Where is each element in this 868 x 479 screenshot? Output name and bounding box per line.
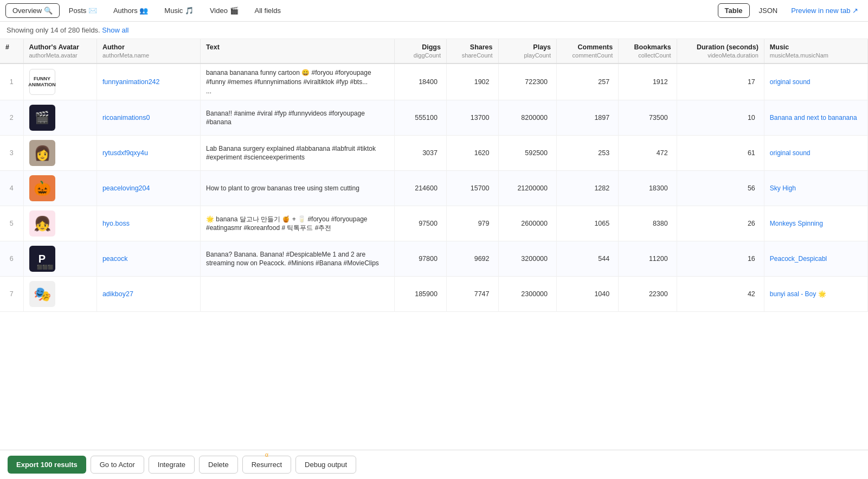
cell-rownum: 1	[0, 63, 23, 100]
cell-duration: 17	[677, 63, 764, 100]
cell-bookmarks: 22300	[619, 277, 677, 312]
cell-plays: 592500	[498, 136, 557, 171]
view-table-button[interactable]: Table	[718, 3, 750, 18]
cell-rownum: 5	[0, 206, 23, 241]
tab-posts[interactable]: Posts ✉️	[62, 3, 104, 18]
tab-overview[interactable]: Overview 🔍	[5, 3, 60, 18]
cell-comments: 544	[557, 241, 619, 277]
view-json-button[interactable]: JSON	[752, 3, 785, 18]
cell-comments: 257	[557, 63, 619, 100]
cell-shares: 15700	[446, 171, 498, 206]
cell-author[interactable]: adikboy27	[97, 277, 200, 312]
info-bar: Showing only 14 of 280 fields. Show all	[0, 22, 868, 39]
cell-bookmarks: 1912	[619, 63, 677, 100]
cell-music[interactable]: Sky High	[764, 171, 867, 206]
cell-music[interactable]: Banana and next to bananana	[764, 100, 867, 136]
cell-rownum: 2	[0, 100, 23, 136]
cell-duration: 56	[677, 171, 764, 206]
col-header-bookmarks: Bookmarks collectCount	[619, 39, 677, 63]
cell-text	[201, 277, 395, 312]
cell-music[interactable]: original sound	[764, 63, 867, 100]
cell-plays: 8200000	[498, 100, 557, 136]
table-row: 5 👧 hyo.boss 🌟 banana 달고나 만들기 🍯 + 🥛 #for…	[0, 206, 868, 241]
col-header-author: Author authorMeta.name	[97, 39, 200, 63]
cell-avatar: FUNNYANIMATION	[23, 63, 97, 100]
table-header-row: # Author's Avatar authorMeta.avatar Auth…	[0, 39, 868, 63]
cell-duration: 42	[677, 277, 764, 312]
cell-plays: 2300000	[498, 277, 557, 312]
cell-avatar: 👩	[23, 136, 97, 171]
cell-text: Banana!! #anime #viral #fyp #funnyvideos…	[201, 100, 395, 136]
tab-video[interactable]: Video 🎬	[203, 3, 246, 18]
col-header-diggs: Diggs diggCount	[395, 39, 447, 63]
tab-music[interactable]: Music 🎵	[157, 3, 201, 18]
cell-music[interactable]: Peacock_Despicabl	[764, 241, 867, 277]
cell-rownum: 6	[0, 241, 23, 277]
cell-author[interactable]: funnyanimation242	[97, 63, 200, 100]
info-text: Showing only 14 of 280 fields.	[7, 26, 100, 34]
cell-author[interactable]: ricoanimations0	[97, 100, 200, 136]
cell-bookmarks: 8380	[619, 206, 677, 241]
cell-shares: 9692	[446, 241, 498, 277]
cell-comments: 1282	[557, 171, 619, 206]
col-header-duration: Duration (seconds) videoMeta.duration	[677, 39, 764, 63]
cell-bookmarks: 472	[619, 136, 677, 171]
preview-new-tab-link[interactable]: Preview in new tab	[787, 4, 863, 17]
cell-diggs: 97500	[395, 206, 447, 241]
col-header-comments: Comments commentCount	[557, 39, 619, 63]
cell-diggs: 18400	[395, 63, 447, 100]
col-header-avatar: Author's Avatar authorMeta.avatar	[23, 39, 97, 63]
cell-rownum: 3	[0, 136, 23, 171]
cell-plays: 3200000	[498, 241, 557, 277]
cell-plays: 2600000	[498, 206, 557, 241]
cell-shares: 13700	[446, 100, 498, 136]
cell-diggs: 214600	[395, 171, 447, 206]
cell-duration: 26	[677, 206, 764, 241]
show-all-link[interactable]: Show all	[102, 26, 128, 34]
cell-music[interactable]: original sound	[764, 136, 867, 171]
cell-bookmarks: 11200	[619, 241, 677, 277]
col-header-music: Music musicMeta.musicNam	[764, 39, 867, 63]
cell-music[interactable]: bunyi asal - Boy 🌟	[764, 277, 867, 312]
table-row: 3 👩 rytusdxf9qxy4u Lab Banana surgery ex…	[0, 136, 868, 171]
cell-diggs: 555100	[395, 100, 447, 136]
cell-text: banana bananana funny cartoon 😄 #foryou …	[201, 63, 395, 100]
cell-author[interactable]: hyo.boss	[97, 206, 200, 241]
cell-author[interactable]: peaceloving204	[97, 171, 200, 206]
table-row: 7 🎭 adikboy27 185900 7747 2300000 1040 2…	[0, 277, 868, 312]
cell-avatar: 🎬	[23, 100, 97, 136]
table-container[interactable]: # Author's Avatar authorMeta.avatar Auth…	[0, 39, 868, 448]
tab-allfields[interactable]: All fields	[248, 3, 288, 18]
table-row: 2 🎬 ricoanimations0 Banana!! #anime #vir…	[0, 100, 868, 136]
cell-shares: 1902	[446, 63, 498, 100]
cell-plays: 21200000	[498, 171, 557, 206]
cell-avatar: 🎭	[23, 277, 97, 312]
cell-text: Banana? Banana. Banana! #DespicableMe 1 …	[201, 241, 395, 277]
cell-author[interactable]: peacock	[97, 241, 200, 277]
col-header-num: #	[0, 39, 23, 63]
cell-bookmarks: 18300	[619, 171, 677, 206]
cell-music[interactable]: Monkeys Spinning	[764, 206, 867, 241]
cell-comments: 1065	[557, 206, 619, 241]
cell-shares: 979	[446, 206, 498, 241]
cell-author[interactable]: rytusdxf9qxy4u	[97, 136, 200, 171]
cell-comments: 1040	[557, 277, 619, 312]
cell-bookmarks: 73500	[619, 100, 677, 136]
col-header-shares: Shares shareCount	[446, 39, 498, 63]
cell-duration: 16	[677, 241, 764, 277]
top-nav: Overview 🔍 Posts ✉️ Authors 👥 Music 🎵 Vi…	[0, 0, 868, 22]
cell-plays: 722300	[498, 63, 557, 100]
table-row: 6 P⬛⬛⬛ peacock Banana? Banana. Banana! #…	[0, 241, 868, 277]
cell-diggs: 3037	[395, 136, 447, 171]
cell-avatar: 🎃	[23, 171, 97, 206]
cell-comments: 1897	[557, 100, 619, 136]
cell-duration: 10	[677, 100, 764, 136]
cell-diggs: 97800	[395, 241, 447, 277]
cell-text: Lab Banana surgery explained #labbanana …	[201, 136, 395, 171]
tab-authors[interactable]: Authors 👥	[106, 3, 155, 18]
table-row: 1 FUNNYANIMATION funnyanimation242 banan…	[0, 63, 868, 100]
cell-shares: 1620	[446, 136, 498, 171]
col-header-plays: Plays playCount	[498, 39, 557, 63]
cell-rownum: 4	[0, 171, 23, 206]
cell-rownum: 7	[0, 277, 23, 312]
